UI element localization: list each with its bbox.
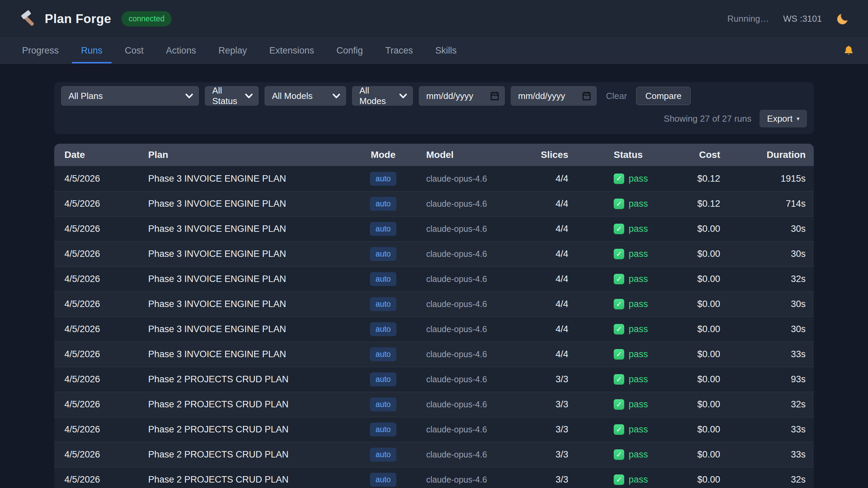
- run-slices-cell: 4/4: [529, 174, 573, 184]
- run-status-cell: ✓ pass: [573, 474, 675, 485]
- run-status-cell: ✓ pass: [573, 299, 675, 309]
- table-row[interactable]: 4/5/2026 Phase 2 PROJECTS CRUD PLAN auto…: [54, 467, 814, 488]
- tab-actions[interactable]: Actions: [157, 38, 205, 63]
- tab-replay[interactable]: Replay: [209, 38, 256, 63]
- run-duration-cell: 714s: [726, 199, 814, 209]
- moon-icon[interactable]: [836, 13, 849, 25]
- runs-table: DatePlanModeModelSlicesStatusCostDuratio…: [54, 144, 814, 488]
- column-header-cost: Cost: [675, 149, 726, 160]
- run-model-cell: claude-opus-4.6: [407, 274, 529, 284]
- table-row[interactable]: 4/5/2026 Phase 2 PROJECTS CRUD PLAN auto…: [54, 442, 814, 467]
- model-filter-select[interactable]: All Models: [264, 86, 346, 106]
- table-row[interactable]: 4/5/2026 Phase 3 INVOICE ENGINE PLAN aut…: [54, 266, 814, 291]
- table-row[interactable]: 4/5/2026 Phase 2 PROJECTS CRUD PLAN auto…: [54, 417, 814, 442]
- run-plan-cell: Phase 3 INVOICE ENGINE PLAN: [146, 224, 359, 234]
- run-date-cell: 4/5/2026: [54, 324, 146, 334]
- check-icon: ✓: [614, 324, 624, 334]
- run-slices-cell: 4/4: [529, 324, 573, 334]
- nav-tabs: ProgressRunsCostActionsReplayExtensionsC…: [13, 38, 466, 63]
- tab-config[interactable]: Config: [327, 38, 372, 63]
- table-row[interactable]: 4/5/2026 Phase 3 INVOICE ENGINE PLAN aut…: [54, 216, 814, 241]
- bell-icon[interactable]: [843, 45, 854, 57]
- column-header-duration: Duration: [726, 149, 814, 160]
- table-row[interactable]: 4/5/2026 Phase 3 INVOICE ENGINE PLAN aut…: [54, 241, 814, 266]
- header-right: Running… WS :3101: [727, 13, 849, 25]
- run-date-cell: 4/5/2026: [54, 424, 146, 435]
- run-plan-cell: Phase 2 PROJECTS CRUD PLAN: [146, 424, 359, 435]
- run-cost-cell: $0.00: [675, 374, 726, 385]
- check-icon: ✓: [614, 249, 624, 259]
- running-status: Running…: [727, 14, 769, 24]
- run-mode-cell: auto: [359, 272, 407, 286]
- mode-badge: auto: [370, 272, 397, 286]
- run-cost-cell: $0.00: [675, 349, 726, 360]
- check-icon: ✓: [614, 424, 624, 435]
- table-row[interactable]: 4/5/2026 Phase 2 PROJECTS CRUD PLAN auto…: [54, 392, 814, 417]
- run-mode-cell: auto: [359, 172, 407, 186]
- run-mode-cell: auto: [359, 423, 407, 436]
- mode-filter-select[interactable]: All Modes: [352, 86, 413, 106]
- hammer-icon: [19, 10, 37, 28]
- check-icon: ✓: [614, 224, 624, 234]
- run-date-cell: 4/5/2026: [54, 374, 146, 385]
- run-slices-cell: 4/4: [529, 199, 573, 209]
- tab-skills[interactable]: Skills: [426, 38, 466, 63]
- filter-row: All Plans All Status All Models All Mode…: [61, 86, 807, 106]
- tab-extensions[interactable]: Extensions: [260, 38, 323, 63]
- table-row[interactable]: 4/5/2026 Phase 3 INVOICE ENGINE PLAN aut…: [54, 291, 814, 317]
- column-header-plan: Plan: [146, 149, 359, 160]
- calendar-icon[interactable]: [582, 91, 591, 101]
- run-plan-cell: Phase 3 INVOICE ENGINE PLAN: [146, 174, 359, 184]
- tab-cost[interactable]: Cost: [116, 38, 153, 63]
- clear-filters-button[interactable]: Clear: [606, 91, 627, 101]
- tab-runs[interactable]: Runs: [72, 38, 112, 63]
- check-icon: ✓: [614, 274, 624, 284]
- run-cost-cell: $0.00: [675, 474, 726, 485]
- run-plan-cell: Phase 3 INVOICE ENGINE PLAN: [146, 349, 359, 360]
- column-header-status: Status: [573, 149, 675, 160]
- compare-button[interactable]: Compare: [636, 87, 691, 105]
- run-mode-cell: auto: [359, 448, 407, 462]
- table-row[interactable]: 4/5/2026 Phase 2 PROJECTS CRUD PLAN auto…: [54, 367, 814, 392]
- export-button[interactable]: Export ▾: [760, 110, 807, 127]
- status-label: pass: [629, 474, 648, 485]
- tab-traces[interactable]: Traces: [376, 38, 422, 63]
- main-content: All Plans All Status All Models All Mode…: [0, 64, 868, 488]
- run-duration-cell: 30s: [726, 324, 814, 334]
- mode-badge: auto: [370, 448, 397, 462]
- run-slices-cell: 3/3: [529, 374, 573, 385]
- table-row[interactable]: 4/5/2026 Phase 3 INVOICE ENGINE PLAN aut…: [54, 342, 814, 367]
- run-slices-cell: 4/4: [529, 249, 573, 259]
- plan-filter-select[interactable]: All Plans: [61, 86, 199, 106]
- run-cost-cell: $0.12: [675, 199, 726, 209]
- status-label: pass: [629, 399, 648, 410]
- run-date-cell: 4/5/2026: [54, 399, 146, 410]
- run-cost-cell: $0.00: [675, 449, 726, 460]
- calendar-icon[interactable]: [490, 91, 499, 101]
- column-header-model: Model: [407, 149, 529, 160]
- run-mode-cell: auto: [359, 473, 407, 487]
- run-cost-cell: $0.12: [675, 174, 726, 184]
- table-row[interactable]: 4/5/2026 Phase 3 INVOICE ENGINE PLAN aut…: [54, 166, 814, 191]
- run-slices-cell: 4/4: [529, 349, 573, 360]
- status-label: pass: [629, 199, 648, 209]
- run-status-cell: ✓ pass: [573, 324, 675, 334]
- tab-progress[interactable]: Progress: [13, 38, 68, 63]
- date-from-input[interactable]: mm/dd/yyyy: [419, 86, 505, 106]
- run-date-cell: 4/5/2026: [54, 249, 146, 259]
- run-status-cell: ✓ pass: [573, 374, 675, 385]
- run-date-cell: 4/5/2026: [54, 224, 146, 234]
- check-icon: ✓: [614, 374, 624, 385]
- run-plan-cell: Phase 2 PROJECTS CRUD PLAN: [146, 374, 359, 385]
- run-plan-cell: Phase 3 INVOICE ENGINE PLAN: [146, 274, 359, 284]
- run-slices-cell: 4/4: [529, 274, 573, 284]
- run-cost-cell: $0.00: [675, 424, 726, 435]
- date-to-input[interactable]: mm/dd/yyyy: [511, 86, 597, 106]
- mode-badge: auto: [370, 398, 397, 411]
- run-mode-cell: auto: [359, 322, 407, 336]
- mode-badge: auto: [370, 322, 397, 336]
- run-plan-cell: Phase 3 INVOICE ENGINE PLAN: [146, 324, 359, 334]
- status-filter-select[interactable]: All Status: [205, 86, 259, 106]
- table-row[interactable]: 4/5/2026 Phase 3 INVOICE ENGINE PLAN aut…: [54, 317, 814, 342]
- table-row[interactable]: 4/5/2026 Phase 3 INVOICE ENGINE PLAN aut…: [54, 191, 814, 216]
